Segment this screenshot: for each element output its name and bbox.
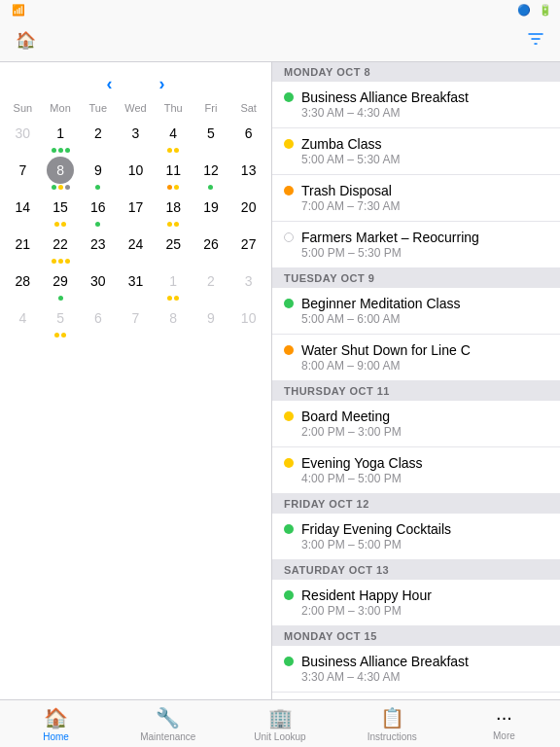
day-header-label: Tue — [79, 102, 117, 114]
prev-month-button[interactable]: ‹ — [103, 74, 117, 94]
calendar-day-cell[interactable]: 11 — [155, 155, 192, 192]
calendar-day-cell[interactable]: 2 — [79, 118, 117, 155]
calendar-day-cell[interactable]: 30 — [4, 118, 42, 155]
calendar-day-cell[interactable]: 6 — [79, 302, 117, 339]
event-color-dot — [284, 411, 294, 421]
calendar-date: 6 — [235, 120, 262, 147]
event-item[interactable]: Evening Yoga Class4:00 PM – 5:00 PM — [272, 447, 560, 494]
event-time: 5:00 AM – 5:30 AM — [301, 153, 400, 166]
calendar-date: 5 — [197, 120, 225, 147]
calendar-day-cell[interactable]: 1 — [42, 118, 80, 155]
calendar-day-cell[interactable]: 7 — [117, 302, 155, 339]
day-section: MONDAY OCT 8Business Alliance Breakfast3… — [272, 62, 560, 268]
calendar-day-cell[interactable]: 6 — [229, 118, 267, 155]
calendar-date: 28 — [9, 267, 36, 295]
calendar-day-cell[interactable]: 31 — [117, 266, 155, 302]
event-title: Zumba Class — [301, 136, 400, 152]
day-section: FRIDAY OCT 12Friday Evening Cocktails3:0… — [272, 494, 560, 560]
event-dot-indicator — [58, 148, 63, 153]
calendar-date: 24 — [122, 231, 149, 258]
event-dots — [58, 296, 63, 301]
calendar-day-cell[interactable]: 10 — [229, 302, 267, 339]
calendar-day-cell[interactable]: 26 — [192, 229, 230, 266]
calendar-day-cell[interactable]: 24 — [117, 229, 155, 266]
event-item[interactable]: Business Alliance Breakfast3:30 AM – 4:3… — [272, 82, 560, 128]
calendar-day-cell[interactable]: 20 — [229, 192, 267, 229]
next-month-button[interactable]: › — [156, 74, 169, 94]
event-item[interactable]: Water Shut Down for Line C8:00 AM – 9:00… — [272, 335, 560, 381]
event-dot-indicator — [65, 259, 70, 264]
calendar-day-cell[interactable]: 8 — [155, 302, 192, 339]
filter-button[interactable] — [527, 30, 544, 52]
event-item[interactable]: Zumba Class5:00 AM – 5:30 AM — [272, 128, 560, 175]
event-item[interactable]: Business Alliance Breakfast3:30 AM – 4:3… — [272, 646, 560, 693]
event-dot-indicator — [58, 259, 63, 264]
calendar-day-cell[interactable]: 15 — [42, 192, 80, 229]
tab-item-more[interactable]: ···More — [448, 706, 560, 741]
events-panel[interactable]: MONDAY OCT 8Business Alliance Breakfast3… — [272, 62, 560, 699]
home-icon: 🏠 — [16, 30, 36, 51]
tab-icon: 🏠 — [44, 706, 68, 729]
calendar-day-cell[interactable]: 5 — [192, 118, 230, 155]
calendar-day-cell[interactable]: 19 — [192, 192, 230, 229]
tab-item-instructions[interactable]: 📋Instructions — [336, 706, 448, 742]
calendar-day-cell[interactable]: 8 — [42, 155, 80, 192]
calendar-day-cell[interactable]: 18 — [155, 192, 192, 229]
event-item[interactable]: Farmers Market – Reocurring5:00 PM – 5:3… — [272, 222, 560, 268]
calendar-day-cell[interactable]: 3 — [229, 266, 267, 302]
calendar-day-cell[interactable]: 27 — [229, 229, 267, 266]
calendar-day-cell[interactable]: 12 — [192, 155, 230, 192]
calendar-day-cell[interactable]: 10 — [117, 155, 155, 192]
day-section: MONDAY OCT 15Business Alliance Breakfast… — [272, 626, 560, 699]
calendar-day-cell[interactable]: 13 — [229, 155, 267, 192]
calendar-day-cell[interactable]: 23 — [79, 229, 117, 266]
calendar-day-cell[interactable]: 9 — [79, 155, 117, 192]
tab-icon: 🏢 — [268, 706, 293, 729]
calendar-date: 18 — [159, 194, 187, 221]
tab-item-unit-lookup[interactable]: 🏢Unit Lookup — [224, 706, 335, 742]
event-dots — [95, 222, 100, 227]
event-item[interactable]: Board Meeting2:00 PM – 3:00 PM — [272, 401, 560, 447]
calendar-day-cell[interactable]: 7 — [4, 155, 42, 192]
calendar-day-cell[interactable]: 3 — [117, 118, 155, 155]
calendar-day-cell[interactable]: 21 — [4, 229, 42, 266]
calendar-date: 7 — [122, 304, 149, 332]
calendar-day-cell[interactable]: 28 — [4, 266, 42, 302]
event-item[interactable]: Trash Disposal7:00 AM – 7:30 AM — [272, 175, 560, 222]
home-nav-button[interactable]: 🏠 — [16, 30, 40, 51]
calendar-day-cell[interactable]: 5 — [42, 302, 80, 339]
event-dots — [167, 222, 179, 227]
calendar-day-cell[interactable]: 1 — [155, 266, 192, 302]
tab-icon: ··· — [496, 706, 512, 729]
calendar-day-cell[interactable]: 9 — [192, 302, 230, 339]
event-time: 8:00 AM – 9:00 AM — [301, 359, 471, 373]
calendar-day-cell[interactable]: 29 — [42, 266, 80, 302]
event-dot-indicator — [95, 222, 100, 227]
event-item[interactable]: Friday Evening Cocktails3:00 PM – 5:00 P… — [272, 514, 560, 560]
tab-item-home[interactable]: 🏠Home — [0, 706, 112, 742]
day-section: TUESDAY OCT 9Beginner Meditation Class5:… — [272, 268, 560, 381]
calendar-day-cell[interactable]: 17 — [117, 192, 155, 229]
calendar-day-cell[interactable]: 14 — [4, 192, 42, 229]
event-title: Business Alliance Breakfast — [301, 654, 469, 669]
calendar-day-cell[interactable]: 2 — [192, 266, 230, 302]
day-header-label: Sat — [229, 102, 267, 114]
calendar-day-cell[interactable]: 30 — [79, 266, 117, 302]
wifi-icon: 📶 — [12, 4, 25, 17]
calendar-day-cell[interactable]: 4 — [4, 302, 42, 339]
calendar-date: 5 — [47, 304, 74, 332]
calendar-day-cell[interactable]: 16 — [79, 192, 117, 229]
event-info: Evening Yoga Class4:00 PM – 5:00 PM — [301, 455, 423, 485]
event-time: 4:00 PM – 5:00 PM — [301, 472, 423, 485]
tab-item-maintenance[interactable]: 🔧Maintenance — [112, 706, 224, 742]
event-item[interactable]: Zumba Class5:00 AM – 5:30 AM — [272, 693, 560, 699]
event-item[interactable]: Resident Happy Hour2:00 PM – 3:00 PM — [272, 580, 560, 626]
calendar-day-cell[interactable]: 25 — [155, 229, 192, 266]
calendar-date: 2 — [85, 120, 112, 147]
status-bar: 📶 🔵 🔋 — [0, 0, 560, 19]
event-item[interactable]: Beginner Meditation Class5:00 AM – 6:00 … — [272, 288, 560, 335]
calendar-day-cell[interactable]: 22 — [42, 229, 80, 266]
calendar-day-cell[interactable]: 4 — [155, 118, 192, 155]
day-section-header: FRIDAY OCT 12 — [272, 494, 560, 514]
calendar-date: 1 — [159, 267, 187, 295]
